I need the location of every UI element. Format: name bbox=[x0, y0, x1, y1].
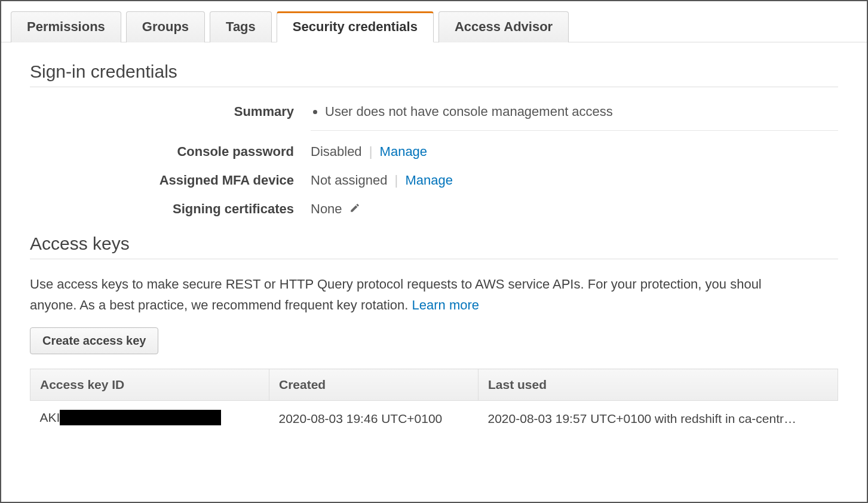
cell-created: 2020-08-03 19:46 UTC+0100 bbox=[269, 401, 479, 430]
mfa-manage-link[interactable]: Manage bbox=[405, 173, 453, 188]
divider: | bbox=[369, 144, 373, 159]
tab-content: Sign-in credentials Summary User does no… bbox=[1, 42, 867, 430]
mfa-value: Not assigned | Manage bbox=[311, 170, 838, 188]
tab-security-credentials[interactable]: Security credentials bbox=[277, 11, 434, 42]
console-password-status: Disabled bbox=[311, 144, 362, 159]
summary-item: User does not have console management ac… bbox=[325, 104, 838, 119]
col-access-key-id[interactable]: Access key ID bbox=[30, 369, 269, 401]
summary-label: Summary bbox=[30, 102, 311, 119]
divider: | bbox=[395, 173, 398, 188]
access-keys-description: Use access keys to make secure REST or H… bbox=[30, 274, 838, 315]
console-password-value: Disabled | Manage bbox=[311, 142, 838, 160]
desc-line1: Use access keys to make secure REST or H… bbox=[30, 277, 762, 292]
pencil-icon[interactable] bbox=[349, 201, 360, 217]
mfa-status: Not assigned bbox=[311, 173, 387, 188]
cell-access-key-id: AKI bbox=[30, 401, 269, 430]
col-last-used[interactable]: Last used bbox=[479, 369, 838, 401]
tab-permissions[interactable]: Permissions bbox=[11, 11, 121, 42]
console-password-label: Console password bbox=[30, 142, 311, 160]
summary-value: User does not have console management ac… bbox=[311, 102, 838, 131]
learn-more-link[interactable]: Learn more bbox=[412, 297, 480, 312]
access-keys-heading: Access keys bbox=[30, 234, 838, 259]
table-row: AKI 2020-08-03 19:46 UTC+0100 2020-08-03… bbox=[30, 401, 838, 430]
signin-heading: Sign-in credentials bbox=[30, 62, 838, 87]
col-created[interactable]: Created bbox=[269, 369, 479, 401]
access-keys-table: Access key ID Created Last used AKI 2020… bbox=[30, 369, 838, 430]
signing-cert-label: Signing certificates bbox=[30, 199, 311, 217]
tabs-bar: Permissions Groups Tags Security credent… bbox=[1, 1, 867, 42]
cell-last-used: 2020-08-03 19:57 UTC+0100 with redshift … bbox=[479, 401, 838, 430]
redacted-block bbox=[60, 410, 221, 425]
mfa-label: Assigned MFA device bbox=[30, 170, 311, 188]
tab-groups[interactable]: Groups bbox=[126, 11, 205, 42]
tab-tags[interactable]: Tags bbox=[210, 11, 272, 42]
tab-access-advisor[interactable]: Access Advisor bbox=[438, 11, 569, 42]
key-id-prefix: AKI bbox=[40, 410, 60, 424]
signing-cert-status: None bbox=[311, 201, 342, 216]
create-access-key-button[interactable]: Create access key bbox=[30, 327, 158, 354]
console-password-manage-link[interactable]: Manage bbox=[380, 144, 428, 159]
signing-cert-value: None bbox=[311, 199, 838, 217]
desc-line2: anyone. As a best practice, we recommend… bbox=[30, 297, 412, 312]
